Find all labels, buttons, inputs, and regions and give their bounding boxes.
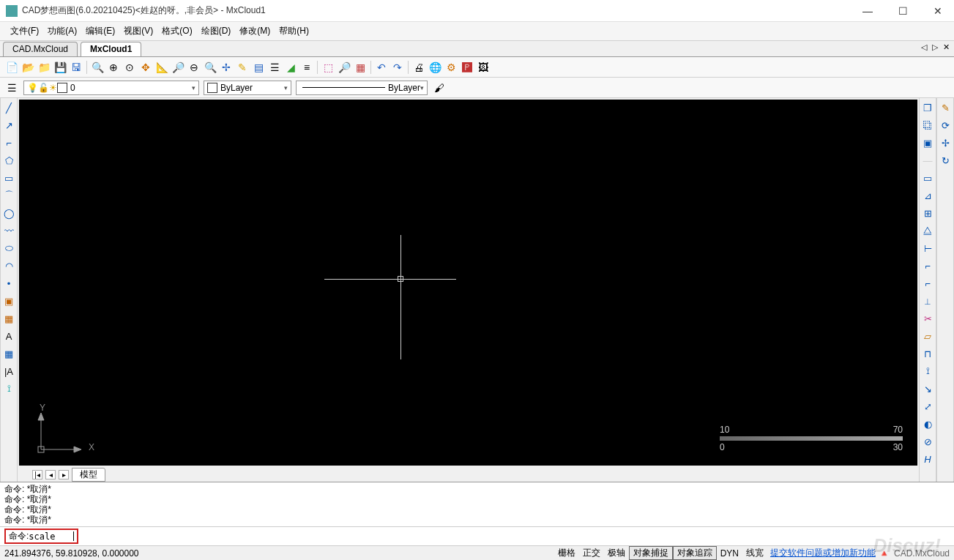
extend-icon[interactable]: ⟂ bbox=[921, 294, 934, 307]
color-dropdown[interactable]: ByLayer ▾ bbox=[204, 81, 291, 95]
rectangle-tool-icon[interactable]: ▭ bbox=[2, 171, 15, 184]
pan-icon[interactable]: ✥ bbox=[138, 60, 153, 75]
lengthen-icon[interactable]: ↘ bbox=[921, 382, 934, 395]
layers-icon[interactable]: ☰ bbox=[267, 60, 282, 75]
move-obj-icon[interactable]: ✢ bbox=[939, 136, 952, 149]
new-file-icon[interactable]: 📄 bbox=[4, 60, 19, 75]
line-tool-icon[interactable]: ╱ bbox=[2, 101, 15, 114]
scale-tool-icon[interactable]: ⤢ bbox=[921, 400, 934, 413]
linetype-icon[interactable]: ≡ bbox=[299, 60, 314, 75]
web-icon[interactable]: 🌐 bbox=[428, 60, 442, 75]
doc-tab-1[interactable]: MxCloud1 bbox=[81, 42, 141, 56]
dimension-tool-icon[interactable]: ⟟ bbox=[2, 382, 15, 395]
chamfer-tool-icon[interactable]: H bbox=[921, 452, 934, 466]
menu-draw[interactable]: 绘图(D) bbox=[198, 25, 234, 37]
undo-icon[interactable]: ↶ bbox=[374, 60, 389, 75]
feedback-link[interactable]: 提交软件问题或增加新功能 bbox=[767, 547, 879, 559]
linetype-dropdown[interactable]: ByLayer ▾ bbox=[296, 81, 428, 95]
stretch-2-icon[interactable]: ⟟ bbox=[921, 365, 934, 378]
mirror-rect-icon[interactable]: ▭ bbox=[921, 171, 934, 184]
saveas-icon[interactable]: 🖫 bbox=[69, 60, 83, 75]
zoom-in-icon[interactable]: ⊕ bbox=[106, 60, 121, 75]
trim-corner-icon[interactable]: ⌐ bbox=[921, 259, 934, 272]
rotate-tool-icon[interactable]: ⊘ bbox=[921, 435, 934, 448]
array-icon[interactable]: ⊞ bbox=[921, 206, 934, 220]
brush-icon[interactable]: 🖌 bbox=[432, 81, 447, 95]
menu-edit[interactable]: 编辑(E) bbox=[83, 25, 118, 37]
image-icon[interactable]: 🖼 bbox=[476, 60, 491, 75]
layer-dropdown[interactable]: 💡🔓☀ 0 ▾ bbox=[23, 81, 199, 95]
zoom-out-icon[interactable]: ⊖ bbox=[187, 60, 201, 75]
fillet-corner-icon[interactable]: ⌐ bbox=[921, 277, 934, 290]
mtext-tool-icon[interactable]: |A bbox=[2, 365, 15, 378]
status-osnap[interactable]: 对象捕捉 bbox=[629, 546, 673, 560]
copy-obj-icon[interactable]: ⟳ bbox=[939, 119, 952, 132]
status-otrack[interactable]: 对象追踪 bbox=[673, 546, 717, 560]
redo-icon[interactable]: ↷ bbox=[390, 60, 405, 75]
polyline-tool-icon[interactable]: ⌐ bbox=[2, 136, 15, 149]
break-icon[interactable]: ✂ bbox=[921, 312, 934, 325]
align-icon[interactable]: ◐ bbox=[921, 417, 934, 430]
block-tool-icon[interactable]: ▣ bbox=[2, 294, 15, 307]
layer-icon[interactable]: ▤ bbox=[251, 60, 266, 75]
offset-icon[interactable]: ⊿ bbox=[921, 189, 934, 202]
arc-tool-icon[interactable]: ⌒ bbox=[2, 189, 15, 202]
hatch-tool-icon[interactable]: ▦ bbox=[2, 312, 15, 325]
construction-line-icon[interactable]: ↗ bbox=[2, 119, 15, 132]
command-input[interactable] bbox=[29, 531, 72, 542]
zoom-realtime-icon[interactable]: 🔍 bbox=[203, 60, 217, 75]
menu-file[interactable]: 文件(F) bbox=[7, 25, 42, 37]
join-icon[interactable]: ⊓ bbox=[921, 347, 934, 360]
status-ortho[interactable]: 正交 bbox=[579, 547, 604, 559]
select-icon[interactable]: ⬚ bbox=[321, 60, 335, 75]
menu-modify[interactable]: 修改(M) bbox=[236, 25, 273, 37]
status-dyn[interactable]: DYN bbox=[717, 548, 742, 559]
measure-icon[interactable]: 📐 bbox=[154, 60, 169, 75]
find-icon[interactable]: 🔎 bbox=[337, 60, 351, 75]
rotate-icon[interactable]: ↻ bbox=[939, 154, 952, 167]
mirror-icon[interactable]: ⧋ bbox=[921, 224, 934, 237]
close-button[interactable]: ✕ bbox=[928, 5, 948, 17]
menu-help[interactable]: 帮助(H) bbox=[276, 25, 312, 37]
ellipse-tool-icon[interactable]: ⬭ bbox=[2, 242, 15, 255]
zoom-extents-icon[interactable]: ⊙ bbox=[122, 60, 137, 75]
maximize-button[interactable]: ☐ bbox=[892, 5, 913, 17]
trim-junction-icon[interactable]: ⊢ bbox=[921, 242, 934, 255]
menu-view[interactable]: 视图(V) bbox=[121, 25, 156, 37]
status-polar[interactable]: 极轴 bbox=[604, 547, 629, 559]
circle-tool-icon[interactable]: ◯ bbox=[2, 206, 15, 220]
print-icon[interactable]: 🖨 bbox=[411, 60, 426, 75]
explode-icon[interactable]: ▱ bbox=[921, 329, 934, 343]
zoom-previous-icon[interactable]: 🔎 bbox=[171, 60, 185, 75]
table-tool-icon[interactable]: ▦ bbox=[2, 347, 15, 360]
doc-tab-0[interactable]: CAD.MxCloud bbox=[3, 42, 78, 56]
replace-icon[interactable]: ▦ bbox=[353, 60, 368, 75]
paste-icon[interactable]: ▣ bbox=[921, 136, 934, 149]
minimize-button[interactable]: — bbox=[857, 5, 878, 17]
tab-nav-prev[interactable]: ◂ bbox=[45, 470, 56, 479]
menu-format[interactable]: 格式(O) bbox=[159, 25, 195, 37]
tab-nav-next[interactable]: ▸ bbox=[59, 470, 69, 479]
copy2-icon[interactable]: ⿻ bbox=[921, 119, 934, 132]
open-cloud-icon[interactable]: 📁 bbox=[37, 60, 51, 75]
point-tool-icon[interactable]: • bbox=[2, 277, 15, 290]
color-icon[interactable]: ◢ bbox=[283, 60, 298, 75]
layer-manager-icon[interactable]: ☰ bbox=[4, 81, 19, 95]
status-grid[interactable]: 栅格 bbox=[554, 547, 579, 559]
spline-tool-icon[interactable]: 〰 bbox=[2, 224, 15, 237]
edit-icon[interactable]: ✎ bbox=[235, 60, 250, 75]
copy-icon[interactable]: ❐ bbox=[921, 101, 934, 114]
status-lineweight[interactable]: 线宽 bbox=[742, 547, 767, 559]
polygon-tool-icon[interactable]: ⬠ bbox=[2, 154, 15, 167]
move-icon[interactable]: ✢ bbox=[219, 60, 234, 75]
menu-function[interactable]: 功能(A) bbox=[45, 25, 80, 37]
save-icon[interactable]: 💾 bbox=[53, 60, 67, 75]
ellipse-arc-icon[interactable]: ◠ bbox=[2, 259, 15, 272]
zoom-window-icon[interactable]: 🔍 bbox=[90, 60, 105, 75]
model-tab[interactable]: 模型 bbox=[72, 468, 105, 482]
pdf-icon[interactable]: 🅿 bbox=[460, 60, 474, 75]
settings-icon[interactable]: ⚙ bbox=[444, 60, 458, 75]
erase-icon[interactable]: ✎ bbox=[939, 101, 952, 114]
text-tool-icon[interactable]: A bbox=[2, 329, 15, 343]
drawing-canvas[interactable]: Y X 1070 030 bbox=[19, 100, 917, 466]
